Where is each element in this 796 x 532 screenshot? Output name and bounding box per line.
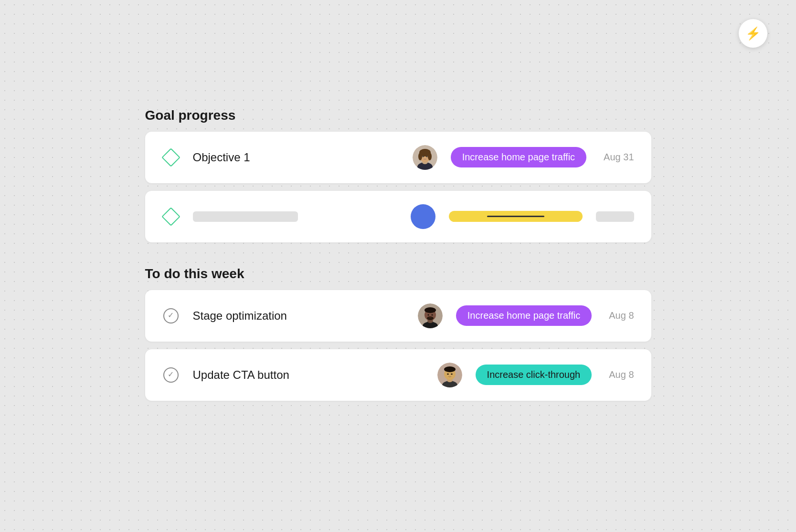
stage-optimization-name: Stage optimization (193, 309, 288, 323)
svg-point-23 (451, 373, 453, 374)
objective-1-name: Objective 1 (193, 151, 288, 164)
avatar-man-asian (437, 363, 462, 387)
avatar-man-dark (418, 303, 443, 328)
goal-progress-section: Goal progress Objective 1 (145, 108, 651, 242)
svg-point-15 (431, 314, 433, 315)
diamond-icon-2 (162, 208, 180, 225)
main-container: Goal progress Objective 1 (136, 98, 661, 434)
stage-optimization-date: Aug 8 (609, 310, 634, 321)
skeleton-name-bar (193, 211, 298, 222)
check-circle-2: ✓ (163, 367, 179, 383)
avatar-woman (413, 145, 437, 170)
svg-point-22 (447, 373, 449, 374)
objective-1-tag: Increase home page traffic (451, 147, 586, 167)
check-mark-1: ✓ (168, 312, 174, 319)
flash-button[interactable]: ⚡ (739, 19, 767, 48)
objective-2-card[interactable] (145, 191, 651, 242)
check-icon-2: ✓ (162, 366, 180, 384)
skeleton-date-bar (596, 211, 634, 222)
goal-progress-title: Goal progress (145, 108, 651, 123)
objective-1-date: Aug 31 (604, 152, 634, 163)
svg-point-6 (428, 153, 432, 160)
svg-point-16 (427, 316, 434, 320)
check-mark-2: ✓ (168, 371, 174, 378)
update-cta-date: Aug 8 (609, 369, 634, 380)
diamond-icon (162, 149, 180, 166)
diamond-shape-2 (161, 207, 180, 226)
objective-1-card[interactable]: Objective 1 (145, 132, 651, 183)
diamond-shape (161, 148, 180, 167)
stage-optimization-tag: Increase home page traffic (456, 305, 592, 326)
svg-point-14 (427, 314, 429, 315)
svg-point-5 (418, 153, 422, 160)
update-cta-tag: Increase click-through (476, 365, 592, 385)
update-cta-name: Update CTA button (193, 368, 289, 382)
svg-point-7 (422, 156, 424, 157)
check-icon-1: ✓ (162, 307, 180, 324)
todo-title: To do this week (145, 266, 651, 282)
update-cta-card[interactable]: ✓ Update CTA button (145, 349, 651, 401)
avatar-blue-circle (411, 204, 435, 229)
svg-point-21 (444, 366, 456, 372)
todo-section: To do this week ✓ Stage optimization (145, 266, 651, 401)
skeleton-tag-yellow (449, 211, 583, 222)
flash-icon: ⚡ (745, 26, 761, 41)
svg-point-8 (426, 156, 427, 157)
stage-optimization-card[interactable]: ✓ Stage optimization (145, 290, 651, 342)
check-circle-1: ✓ (163, 308, 179, 323)
svg-point-13 (425, 307, 436, 313)
tag-yellow-line (487, 216, 544, 217)
